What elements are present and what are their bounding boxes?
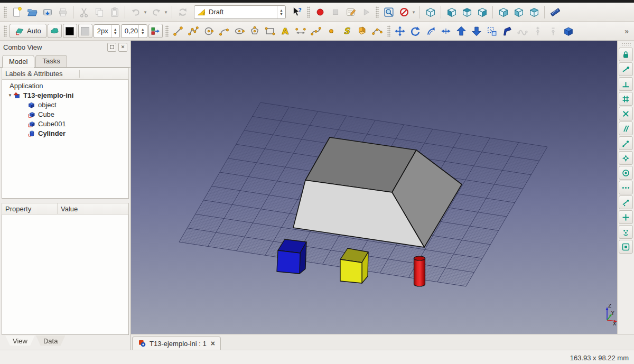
toolbar-handle[interactable] bbox=[165, 25, 169, 37]
draft-line[interactable] bbox=[171, 24, 185, 38]
measure-distance[interactable] bbox=[548, 5, 562, 19]
toolbar-overflow-chevron[interactable]: » bbox=[624, 27, 632, 35]
draft-edit[interactable] bbox=[500, 24, 515, 38]
draft-ellipse[interactable] bbox=[232, 24, 247, 38]
apply-style-button[interactable] bbox=[148, 24, 163, 38]
draft-move[interactable] bbox=[393, 24, 407, 38]
redo[interactable] bbox=[149, 5, 163, 19]
tab-view[interactable]: View bbox=[5, 335, 35, 347]
draft-scale[interactable] bbox=[485, 24, 499, 38]
draft-bspline[interactable] bbox=[309, 24, 323, 38]
blue-cube[interactable] bbox=[277, 239, 306, 274]
snap-grid-button[interactable] bbox=[619, 92, 633, 106]
tree-item-cube[interactable]: Cube bbox=[2, 109, 128, 119]
undo-dropdown-arrow[interactable]: ▾ bbox=[143, 10, 148, 15]
save-document[interactable] bbox=[40, 5, 54, 19]
snap-extension-button[interactable] bbox=[619, 181, 633, 194]
draft-downgrade[interactable] bbox=[470, 24, 484, 38]
macro-record[interactable] bbox=[313, 5, 327, 19]
draft-facebinder[interactable] bbox=[355, 24, 369, 38]
draft-offset[interactable] bbox=[424, 24, 438, 38]
toolbar-handle[interactable] bbox=[621, 43, 631, 45]
snap-near-button[interactable] bbox=[619, 195, 633, 209]
combo-spinner[interactable]: ▲▼ bbox=[277, 6, 285, 18]
line-color-swatch[interactable] bbox=[63, 24, 77, 38]
working-plane-selector[interactable]: Auto bbox=[10, 24, 46, 38]
document-window-tab[interactable]: T13-ejemplo-ini : 1 × bbox=[132, 337, 221, 350]
tab-data[interactable]: Data bbox=[36, 335, 65, 347]
redo-dropdown-arrow[interactable]: ▾ bbox=[163, 10, 169, 15]
workbench-selector[interactable]: Draft▲▼ bbox=[194, 5, 286, 19]
panel-float-button[interactable] bbox=[107, 43, 116, 52]
new-document[interactable] bbox=[10, 5, 24, 19]
tab-model[interactable]: Model bbox=[2, 55, 34, 68]
draft-upgrade[interactable] bbox=[454, 24, 469, 38]
tree-item-object[interactable]: object bbox=[2, 100, 128, 109]
snap-working-plane-button[interactable] bbox=[619, 240, 633, 254]
view-bottom[interactable] bbox=[511, 5, 526, 19]
yellow-cube[interactable] bbox=[340, 248, 368, 283]
tree-item-cube001[interactable]: Cube001 bbox=[2, 119, 128, 128]
snap-ortho-button[interactable] bbox=[619, 210, 633, 224]
toolbar-handle[interactable] bbox=[387, 25, 390, 37]
tree-column-header[interactable]: Labels & Attributes bbox=[2, 68, 129, 80]
draft-shapestring[interactable] bbox=[340, 24, 354, 38]
draft-rotate[interactable] bbox=[408, 24, 423, 38]
draft-add-point[interactable] bbox=[531, 24, 545, 38]
copy[interactable] bbox=[92, 5, 106, 19]
view-top[interactable] bbox=[460, 5, 474, 19]
view-axonometric[interactable] bbox=[423, 5, 437, 19]
view-rear[interactable] bbox=[496, 5, 510, 19]
snap-perpendicular-button[interactable] bbox=[619, 136, 633, 150]
tab-tasks[interactable]: Tasks bbox=[35, 55, 67, 67]
3d-viewport[interactable]: Z Y X bbox=[131, 41, 617, 334]
view-front[interactable] bbox=[444, 5, 459, 19]
face-color-swatch[interactable] bbox=[78, 24, 92, 38]
paste[interactable] bbox=[107, 5, 122, 19]
construction-mode-toggle[interactable] bbox=[48, 24, 62, 38]
toolbar-handle[interactable] bbox=[376, 6, 379, 18]
whats-this[interactable] bbox=[290, 5, 304, 19]
panel-splitter[interactable] bbox=[0, 199, 130, 203]
tree-item-document[interactable]: ▼T13-ejemplo-ini bbox=[2, 90, 128, 100]
macro-stop[interactable] bbox=[328, 5, 342, 19]
draft-polygon[interactable] bbox=[248, 24, 262, 38]
value-column-label[interactable]: Value bbox=[58, 203, 128, 214]
draft-delete-point[interactable] bbox=[546, 24, 561, 38]
draft-wire-to-bspline[interactable] bbox=[516, 24, 530, 38]
property-column-label[interactable]: Property bbox=[2, 203, 58, 214]
snap-special-button[interactable] bbox=[619, 225, 633, 239]
draft-text[interactable] bbox=[278, 24, 293, 38]
snap-lock-button[interactable] bbox=[619, 48, 633, 61]
view-fit-all[interactable] bbox=[381, 5, 396, 19]
draft-bezier[interactable] bbox=[370, 24, 385, 38]
toolbar-handle[interactable] bbox=[4, 6, 7, 18]
red-cylinder[interactable] bbox=[414, 256, 425, 286]
snap-intersection-button[interactable] bbox=[619, 107, 633, 120]
draft-point[interactable] bbox=[324, 24, 339, 38]
draft-trimex[interactable] bbox=[439, 24, 453, 38]
snap-endpoint-button[interactable] bbox=[619, 62, 633, 76]
spinner-arrows[interactable]: ▲▼ bbox=[111, 25, 119, 38]
snap-angle-button[interactable] bbox=[619, 151, 633, 165]
draft-dimension[interactable] bbox=[294, 24, 308, 38]
tree-root-application[interactable]: Application bbox=[2, 81, 128, 90]
tab-close-icon[interactable]: × bbox=[211, 339, 215, 348]
draw-style[interactable] bbox=[397, 5, 411, 19]
draft-arc[interactable] bbox=[217, 24, 231, 38]
open-document[interactable] bbox=[25, 5, 39, 19]
line-width-field[interactable]: 2px▲▼ bbox=[94, 24, 120, 38]
snap-center-button[interactable] bbox=[619, 166, 633, 180]
toolbar-handle[interactable] bbox=[4, 25, 7, 37]
refresh[interactable] bbox=[175, 5, 190, 19]
snap-parallel-button[interactable] bbox=[619, 122, 633, 135]
draft-wire[interactable] bbox=[187, 24, 201, 38]
spinner-arrows[interactable]: ▲▼ bbox=[138, 25, 147, 38]
panel-close-button[interactable]: ✕ bbox=[118, 43, 127, 52]
cut[interactable] bbox=[77, 5, 91, 19]
snap-midpoint-button[interactable] bbox=[619, 77, 633, 91]
draft-rectangle[interactable] bbox=[263, 24, 277, 38]
tree-item-cylinder[interactable]: Cylinder bbox=[2, 128, 128, 138]
toolbar-handle[interactable] bbox=[307, 6, 310, 18]
text-scale-field[interactable]: 0,20▲▼ bbox=[121, 24, 147, 38]
